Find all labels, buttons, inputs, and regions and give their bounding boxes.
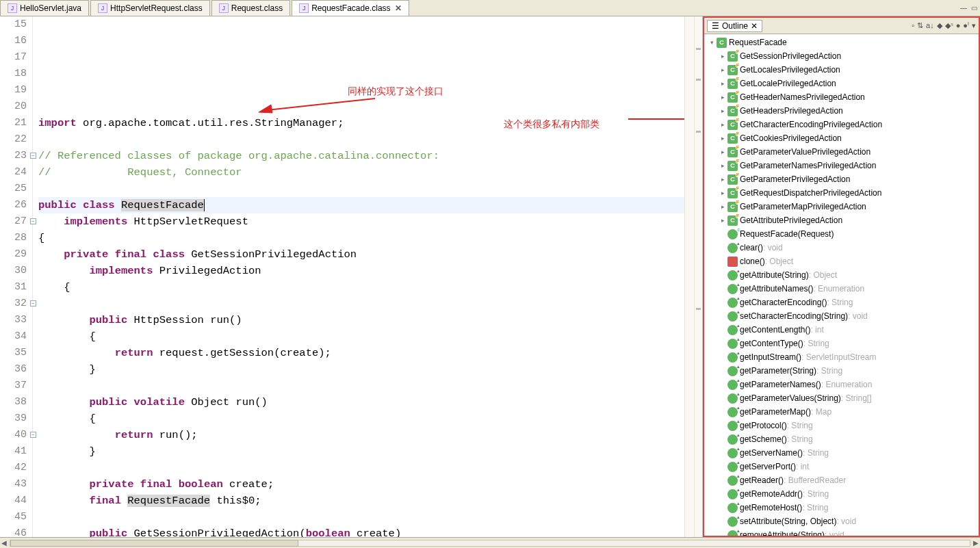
hide-local-icon[interactable]: ●ˡ xyxy=(963,21,969,30)
outline-item[interactable]: ▴getContentLength() : int xyxy=(707,323,979,337)
horizontal-scrollbar[interactable]: ◀ ▶ xyxy=(0,538,980,548)
tree-twistie-icon[interactable]: ▸ xyxy=(718,94,727,101)
code-editor[interactable]: 151617181920212223−24252627−2829303132−3… xyxy=(0,16,703,537)
outline-item[interactable]: ▸FGetRequestDispatcherPrivilegedAction xyxy=(707,186,979,200)
outline-item[interactable]: ▸FGetCharacterEncodingPrivilegedAction xyxy=(707,118,979,131)
code-line[interactable]: { xyxy=(38,410,684,427)
outline-item[interactable]: ▴getRemoteAddr() : String xyxy=(707,487,979,501)
outline-item[interactable]: ▸FGetHeadersPrivilegedAction xyxy=(707,104,979,118)
outline-item[interactable]: ▸FGetSessionPrivilegedAction xyxy=(707,49,979,63)
view-menu-icon[interactable]: ▾ xyxy=(972,21,976,30)
code-line[interactable] xyxy=(38,460,684,476)
overview-ruler[interactable] xyxy=(694,16,702,537)
code-line[interactable] xyxy=(38,509,684,525)
outline-item[interactable]: ▴getAttributeNames() : Enumeration xyxy=(707,282,979,296)
outline-item[interactable]: ▴getParameterNames() : Enumeration xyxy=(707,378,979,391)
code-line[interactable]: // Referenced classes of package org.apa… xyxy=(38,148,684,164)
code-line[interactable] xyxy=(38,296,684,312)
outline-item[interactable]: ▴getProtocol() : String xyxy=(707,419,979,432)
outline-item[interactable]: ▴getParameter(String) : String xyxy=(707,364,979,378)
code-line[interactable]: implements PrivilegedAction xyxy=(38,263,684,279)
tree-twistie-icon[interactable]: ▸ xyxy=(718,80,727,87)
outline-item[interactable]: ▸FGetLocalesPrivilegedAction xyxy=(707,63,979,77)
code-line[interactable]: public GetSessionPrivilegedAction(boolea… xyxy=(38,525,684,537)
focus-icon[interactable]: ▫ xyxy=(912,21,914,30)
close-icon[interactable]: ✕ xyxy=(751,21,758,31)
minimize-icon[interactable]: — xyxy=(960,4,967,12)
outline-item[interactable]: ▴getServerPort() : int xyxy=(707,460,979,473)
code-line[interactable]: // Request, Connector xyxy=(38,164,684,181)
code-line[interactable] xyxy=(38,181,684,197)
hide-fields-icon[interactable]: ◆ xyxy=(937,21,942,30)
tree-twistie-icon[interactable]: ▸ xyxy=(718,135,727,142)
outline-item[interactable]: ▸FGetParameterNamesPrivilegedAction xyxy=(707,159,979,172)
outline-item[interactable]: ▾RequestFacade xyxy=(707,36,979,49)
outline-item[interactable]: ▴setCharacterEncoding(String) : void xyxy=(707,309,979,323)
code-area[interactable]: 同样的实现了这个接口 这个类很多私有内部类 import org.apache.… xyxy=(33,16,684,537)
hide-static-icon[interactable]: ◆ˢ xyxy=(945,21,953,30)
editor-tab[interactable]: JRequest.class xyxy=(211,0,290,16)
sort-alpha-icon[interactable]: a↓ xyxy=(926,21,934,30)
editor-tab[interactable]: JRequestFacade.class ✕ xyxy=(292,0,409,16)
member-name: getCharacterEncoding() xyxy=(740,298,827,307)
code-line[interactable]: public class RequestFacade xyxy=(38,197,684,213)
maximize-icon[interactable]: ▭ xyxy=(971,4,977,12)
tree-twistie-icon[interactable]: ▸ xyxy=(718,53,727,60)
outline-item[interactable]: ▸FGetCookiesPrivilegedAction xyxy=(707,131,979,145)
sort-icon[interactable]: ⇅ xyxy=(917,21,923,30)
hide-nonpublic-icon[interactable]: ● xyxy=(956,21,961,30)
close-icon[interactable]: ✕ xyxy=(395,3,402,13)
tree-twistie-icon[interactable]: ▸ xyxy=(718,148,727,155)
outline-item[interactable]: ▴getScheme() : String xyxy=(707,432,979,446)
code-line[interactable]: } xyxy=(38,361,684,378)
code-line[interactable]: public volatile Object run() xyxy=(38,394,684,410)
tree-twistie-icon[interactable]: ▸ xyxy=(718,190,727,196)
code-line[interactable]: implements HttpServletRequest xyxy=(38,213,684,230)
tree-twistie-icon[interactable]: ▸ xyxy=(718,217,727,224)
outline-item[interactable]: ▴getRemoteHost() : String xyxy=(707,501,979,514)
outline-item[interactable]: clone() : Object xyxy=(707,255,979,268)
outline-item[interactable]: ▸FGetParameterValuePrivilegedAction xyxy=(707,145,979,159)
code-line[interactable] xyxy=(38,378,684,394)
scroll-right-icon[interactable]: ▶ xyxy=(973,539,979,547)
outline-item[interactable]: ▴removeAttribute(String) : void xyxy=(707,528,979,536)
code-line[interactable]: { xyxy=(38,328,684,345)
outline-item[interactable]: ▴getContentType() : String xyxy=(707,337,979,350)
tree-twistie-icon[interactable]: ▸ xyxy=(718,162,727,169)
outline-tab[interactable]: ☰ Outline ✕ xyxy=(707,20,762,32)
code-line[interactable] xyxy=(38,131,684,148)
outline-item[interactable]: ▴getInputStream() : ServletInputStream xyxy=(707,350,979,364)
code-line[interactable]: } xyxy=(38,443,684,460)
outline-item[interactable]: ▴getServerName() : String xyxy=(707,446,979,460)
outline-item[interactable]: ▸FGetParameterMapPrivilegedAction xyxy=(707,200,979,213)
tree-twistie-icon[interactable]: ▸ xyxy=(718,203,727,210)
outline-item[interactable]: ▸FGetAttributePrivilegedAction xyxy=(707,213,979,227)
outline-item[interactable]: ▸FGetLocalePrivilegedAction xyxy=(707,77,979,90)
outline-item[interactable]: ▴setAttribute(String, Object) : void xyxy=(707,514,979,528)
code-line[interactable]: public HttpSession run() xyxy=(38,312,684,328)
tree-twistie-icon[interactable]: ▸ xyxy=(718,121,727,128)
outline-item[interactable]: ▴getReader() : BufferedReader xyxy=(707,473,979,487)
outline-tree[interactable]: ▾RequestFacade▸FGetSessionPrivilegedActi… xyxy=(704,34,979,536)
editor-tab[interactable]: JHelloServlet.java xyxy=(0,0,89,16)
outline-item[interactable]: ▴clear() : void xyxy=(707,241,979,255)
outline-item[interactable]: cRequestFacade(Request) xyxy=(707,227,979,241)
outline-item[interactable]: ▴getParameterMap() : Map xyxy=(707,405,979,419)
outline-item[interactable]: ▸FGetParameterPrivilegedAction xyxy=(707,172,979,186)
tree-twistie-icon[interactable]: ▸ xyxy=(718,107,727,114)
editor-tab[interactable]: JHttpServletRequest.class xyxy=(90,0,210,16)
code-line[interactable]: final RequestFacade this$0; xyxy=(38,493,684,509)
code-line[interactable]: return request.getSession(create); xyxy=(38,345,684,361)
tree-twistie-icon[interactable]: ▸ xyxy=(718,66,727,73)
tree-twistie-icon[interactable]: ▾ xyxy=(707,39,717,46)
code-line[interactable]: { xyxy=(38,230,684,246)
outline-item[interactable]: ▸FGetHeaderNamesPrivilegedAction xyxy=(707,90,979,104)
code-line[interactable]: return run(); xyxy=(38,427,684,443)
tree-twistie-icon[interactable]: ▸ xyxy=(718,176,727,183)
outline-item[interactable]: ▴getAttribute(String) : Object xyxy=(707,268,979,282)
code-line[interactable]: private final boolean create; xyxy=(38,476,684,493)
code-line[interactable]: private final class GetSessionPrivileged… xyxy=(38,246,684,263)
outline-item[interactable]: ▴getCharacterEncoding() : String xyxy=(707,296,979,309)
code-line[interactable]: { xyxy=(38,279,684,296)
outline-item[interactable]: ▴getParameterValues(String) : String[] xyxy=(707,391,979,405)
